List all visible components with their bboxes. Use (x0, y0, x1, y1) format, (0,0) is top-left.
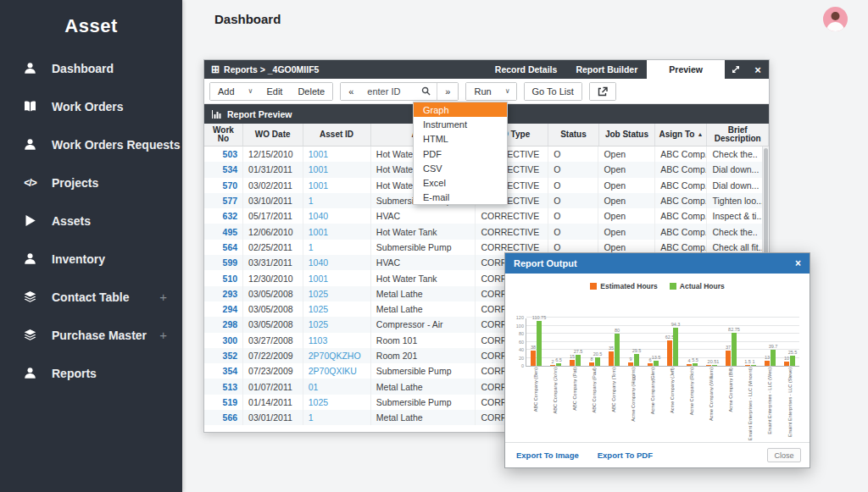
work-no-link[interactable]: 599 (204, 255, 243, 270)
modal-close-button[interactable]: Close (767, 448, 801, 462)
work-no-link[interactable]: 570 (204, 178, 243, 193)
work-no-link[interactable]: 577 (204, 193, 243, 208)
sidebar-item-reports[interactable]: Reports (0, 354, 182, 392)
x-axis-category-label: ABC Company (Tom) (604, 368, 623, 445)
work-no-link[interactable]: 294 (204, 301, 243, 317)
asset-id-link[interactable]: 1001 (303, 270, 371, 285)
sidebar-item-purchase-master[interactable]: Purchase Master+ (0, 316, 182, 354)
record-id-input[interactable]: enter ID (361, 83, 437, 100)
asset-id-link[interactable]: 1040 (303, 208, 371, 224)
asset-id-link[interactable]: 2P70QKZHO (303, 348, 371, 363)
tab-record-details[interactable]: Record Details (486, 60, 567, 79)
asset-id-link[interactable]: 1040 (303, 255, 371, 270)
column-header-wo-date[interactable]: WO Date (243, 124, 303, 146)
run-menu-item-graph[interactable]: Graph (414, 102, 507, 117)
work-no-link[interactable]: 519 (204, 395, 243, 410)
column-header-asset-id[interactable]: Asset ID (303, 124, 371, 146)
run-dropdown-button[interactable]: ∨ (499, 83, 516, 100)
bar-estimated-hours: 13 (765, 361, 770, 366)
delete-button[interactable]: Delete (290, 83, 332, 100)
run-menu-item-instrument[interactable]: Instrument (414, 117, 507, 131)
expand-plus-icon[interactable]: + (159, 328, 167, 342)
expand-plus-icon[interactable]: + (159, 290, 167, 304)
asset-id-link[interactable]: 1025 (303, 301, 371, 317)
bar-value-label: 94.3 (671, 322, 681, 327)
asset-id-link[interactable]: 2P70QXIKU (303, 363, 371, 379)
asset-id-link[interactable]: 1025 (303, 395, 371, 410)
asset-id-link[interactable]: 1001 (303, 162, 371, 177)
work-no-link[interactable]: 300 (204, 333, 243, 348)
search-icon[interactable] (421, 86, 431, 96)
table-cell: O (548, 208, 598, 224)
work-no-link[interactable]: 632 (204, 208, 243, 224)
sidebar-item-work-orders[interactable]: Work Orders (0, 87, 182, 125)
work-no-link[interactable]: 510 (204, 270, 243, 285)
sidebar-item-contact-table[interactable]: Contact Table+ (0, 278, 182, 316)
asset-id-link[interactable]: 1025 (303, 286, 371, 301)
work-no-link[interactable]: 495 (204, 224, 243, 239)
x-axis-category-label: ABC Company (Paul) (584, 368, 604, 445)
run-menu-item-csv[interactable]: CSV (414, 161, 507, 175)
report-output-modal: Report Output × Estimated HoursActual Ho… (504, 252, 810, 468)
work-no-link[interactable]: 513 (204, 379, 243, 394)
export-to-image-link[interactable]: Export To Image (516, 451, 579, 460)
sidebar-item-work-orders-requests[interactable]: Work Orders Requests (0, 125, 182, 163)
previous-record-button[interactable]: « (341, 83, 361, 100)
x-axis-category-label: Acme Company (Higgins) (623, 368, 643, 445)
modal-close-icon[interactable]: × (795, 257, 801, 269)
asset-id-link[interactable]: 1025 (303, 317, 371, 332)
asset-id-link[interactable]: 1103 (303, 333, 371, 348)
run-menu-item-excel[interactable]: Excel (414, 175, 507, 190)
asset-id-link[interactable]: 1001 (303, 178, 371, 193)
add-button[interactable]: Add (210, 83, 242, 100)
tab-preview[interactable]: Preview (647, 60, 725, 79)
column-header-work-no[interactable]: Work No (204, 124, 243, 146)
table-row[interactable]: 49512/06/20101001Hot Water TankCORRECTIV… (204, 224, 769, 239)
close-window-icon[interactable]: × (747, 60, 769, 79)
asset-id-link[interactable]: 1001 (303, 224, 371, 239)
run-menu-item-e-mail[interactable]: E-mail (414, 190, 507, 204)
column-header-asign-to[interactable]: Asign To▲ (655, 124, 707, 146)
book-icon (23, 99, 37, 113)
run-menu-item-pdf[interactable]: PDF (414, 146, 507, 161)
asset-id-link[interactable]: 1 (303, 240, 371, 255)
y-axis-tick-label: 60 (519, 340, 524, 345)
work-no-link[interactable]: 293 (204, 286, 243, 301)
x-axis-category-label: Acme Company (Jeff) (663, 368, 682, 445)
add-dropdown-button[interactable]: ∨ (242, 83, 259, 100)
column-header-status[interactable]: Status (548, 124, 598, 146)
sidebar-item-projects[interactable]: </>Projects (0, 163, 182, 202)
bar (745, 365, 750, 366)
share-icon-button[interactable] (590, 83, 615, 100)
run-dropdown-menu: GraphInstrumentHTMLPDFCSVExcelE-mail (413, 102, 508, 205)
table-row[interactable]: 63205/17/20111040HVACCORRECTIVEOOpenABC … (204, 208, 769, 224)
work-no-link[interactable]: 354 (204, 363, 243, 379)
asset-id-link[interactable]: 01 (303, 379, 371, 394)
sidebar-item-dashboard[interactable]: Dashboard (0, 49, 182, 87)
scrollbar-thumb[interactable] (764, 148, 768, 257)
sidebar-item-inventory[interactable]: Inventory (0, 240, 182, 278)
sidebar-item-label: Projects (52, 176, 98, 190)
sidebar-item-assets[interactable]: Assets (0, 202, 182, 240)
go-to-list-button[interactable]: Go To List (525, 83, 581, 100)
work-no-link[interactable]: 564 (204, 240, 243, 255)
work-no-link[interactable]: 534 (204, 162, 243, 177)
run-menu-item-html[interactable]: HTML (414, 131, 507, 146)
column-header-job-status[interactable]: Job Status (599, 124, 656, 146)
next-record-button[interactable]: » (437, 83, 458, 100)
edit-button[interactable]: Edit (259, 83, 290, 100)
user-avatar[interactable] (823, 7, 848, 31)
work-no-link[interactable]: 298 (204, 317, 243, 332)
work-no-link[interactable]: 352 (204, 348, 243, 363)
work-no-link[interactable]: 503 (204, 146, 243, 162)
asset-id-link[interactable]: 1 (303, 193, 371, 208)
tab-report-builder[interactable]: Report Builder (566, 60, 647, 79)
asset-id-link[interactable]: 1001 (303, 146, 371, 162)
export-to-pdf-link[interactable]: Export To PDF (598, 451, 653, 460)
bar-estimated-hours: 15 (570, 360, 575, 366)
asset-id-link[interactable]: 1 (303, 410, 371, 425)
expand-icon[interactable] (725, 60, 747, 79)
work-no-link[interactable]: 566 (204, 410, 243, 425)
run-button[interactable]: Run (466, 83, 498, 100)
column-header-brief-description[interactable]: Brief Description (707, 124, 769, 146)
